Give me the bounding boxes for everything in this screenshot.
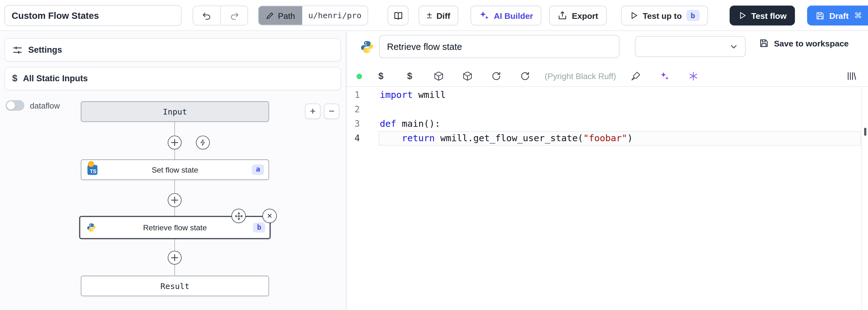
plus-icon: + [310,106,316,117]
dataflow-toggle-row: dataflow [6,100,60,111]
paintbrush-icon [631,71,641,82]
dollar-icon: $ [12,73,18,84]
windmill-flow-editor: Path u/henri/pro ± Diff AI Builder Expor… [0,0,868,310]
code-lines: import wmilldef main(): return wmill.get… [380,88,860,146]
lsp-status-dot [356,74,362,79]
remove-branch-button[interactable]: − [324,104,339,119]
history-controls [192,6,248,26]
overview-ruler-mark [864,128,866,136]
settings-label: Settings [28,45,62,55]
plus-icon [171,139,178,146]
path-chip: Path [258,6,302,25]
package-icon [462,71,472,82]
test-up-to-button[interactable]: Test up to b [621,6,708,26]
package-icon-button[interactable] [433,71,444,82]
magic-wand-icon [659,71,670,82]
export-icon [558,11,567,21]
sliders-icon [12,45,23,55]
redo-button[interactable] [220,6,248,25]
ai-builder-button[interactable]: AI Builder [471,6,541,26]
close-icon: × [267,211,272,221]
test-flow-label: Test flow [751,11,787,20]
undo-button[interactable] [193,6,220,25]
test-flow-button[interactable]: Test flow [730,6,795,26]
insert-step-button[interactable] [168,193,182,207]
redo-icon [229,10,240,21]
path-label: Path [278,11,295,20]
snowflake-icon-button[interactable] [688,71,699,82]
input-node[interactable]: Input [81,101,269,122]
path-button[interactable]: Path u/henri/pro [258,6,368,26]
env-vars-button[interactable]: $ [375,71,386,82]
export-label: Export [572,11,598,20]
dataflow-toggle[interactable] [6,100,25,111]
play-icon [738,11,747,20]
python-icon [86,222,96,232]
minus-icon: − [329,106,335,117]
step-label: Retrieve flow state [143,223,207,232]
flow-name-input[interactable] [4,5,182,26]
settings-button[interactable]: Settings [4,38,341,61]
result-node[interactable]: Result [81,276,269,296]
code-assistants-label: (Pyright Black Ruff) [545,72,616,81]
undo-icon [202,10,212,21]
ai-builder-label: AI Builder [494,11,533,20]
move-step-button[interactable] [231,209,246,223]
diff-icon: ± [427,10,432,21]
step-editor-panel: Save to workspace $ $ (Pyright Black Ruf… [346,32,868,310]
shortcut-hint: ⌘ [854,11,862,20]
sparkles-icon [479,10,490,21]
add-branch-button[interactable]: + [305,104,320,119]
step-label: Set flow state [152,165,198,174]
reload-button[interactable] [491,71,501,82]
docs-button[interactable] [388,6,409,26]
ts-emoji-dot [88,161,94,167]
diff-label: Diff [436,11,450,20]
toggle-knob [7,101,15,110]
plus-icon [171,254,178,261]
input-node-label: Input [163,107,187,116]
topbar: Path u/henri/pro ± Diff AI Builder Expor… [0,0,868,31]
dollar-icon: $ [407,71,412,82]
result-node-label: Result [160,281,189,290]
format-button[interactable] [631,71,642,82]
move-icon [235,212,243,220]
package-icon-button[interactable] [462,71,472,82]
draft-label: Draft [829,11,848,20]
chevron-down-icon [729,42,739,51]
all-static-inputs-label: All Static Inputs [23,74,88,84]
step-node-set-flow-state[interactable]: TS Set flow state a [81,160,269,180]
export-button[interactable]: Export [549,6,607,26]
flow-graph-panel: Settings $ All Static Inputs dataflow In… [0,32,346,310]
save-to-workspace-button[interactable]: Save to workspace [759,38,848,48]
typescript-icon: TS [88,165,97,175]
code-editor[interactable]: 1234 import wmilldef main(): return wmil… [346,86,868,310]
step-id-badge: b [253,222,265,232]
all-static-inputs-button[interactable]: $ All Static Inputs [4,67,341,90]
step-id-badge: a [252,165,265,175]
resources-button[interactable]: $ [404,71,415,82]
dataflow-label: dataflow [30,101,60,110]
refresh-icon [520,71,530,82]
save-icon [815,11,825,20]
library-icon [846,71,857,82]
step-title-input[interactable] [379,35,619,58]
reload-button[interactable] [519,71,530,82]
line-numbers: 1234 [346,88,369,146]
bolt-icon [199,139,207,146]
insert-step-button[interactable] [168,251,182,264]
package-icon [433,71,444,82]
save-icon [759,38,769,48]
insert-step-button[interactable] [168,136,182,149]
asterisk-icon [688,71,699,82]
save-to-workspace-label: Save to workspace [774,38,848,48]
editor-scrollbar[interactable] [861,87,862,310]
refresh-icon [491,71,501,82]
ai-assist-button[interactable] [659,71,670,82]
delete-step-button[interactable]: × [262,209,277,223]
assets-panel-button[interactable] [846,71,857,82]
trigger-button[interactable] [196,136,210,149]
language-select[interactable] [635,36,746,57]
draft-button[interactable]: Draft ⌘ [807,6,868,26]
diff-button[interactable]: ± Diff [418,6,459,26]
